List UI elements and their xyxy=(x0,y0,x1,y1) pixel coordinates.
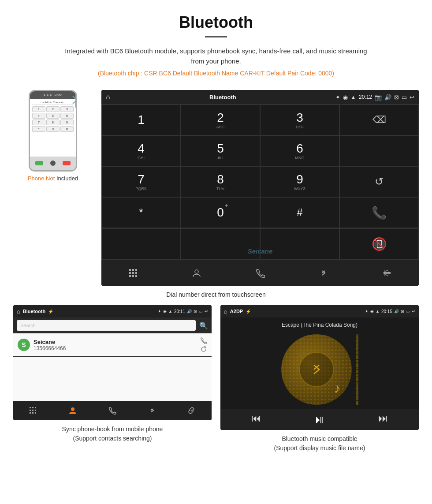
dial-key-4[interactable]: 4GHI xyxy=(101,135,181,166)
music-next-btn[interactable]: ⏭ xyxy=(378,413,388,426)
phone-key-0[interactable]: 0 xyxy=(46,126,60,132)
music-bt-icon: ✦ xyxy=(365,309,369,314)
svg-rect-5 xyxy=(135,272,137,274)
dial-key-6[interactable]: 6MNO xyxy=(260,135,339,166)
music-prev-btn[interactable]: ⏮ xyxy=(251,413,261,426)
phone-key-6[interactable]: 6 xyxy=(60,113,74,119)
pb-time: 20:11 xyxy=(174,309,185,314)
music-statusbar: ⌂ A2DP ⚡ ✦ ◉ ▲ 20:15 🔊 ⊠ ▭ ↩ xyxy=(220,305,419,317)
music-home-icon[interactable]: ⌂ xyxy=(224,308,227,315)
music-screen: ⌂ A2DP ⚡ ✦ ◉ ▲ 20:15 🔊 ⊠ ▭ ↩ Escape (The… xyxy=(220,305,419,430)
dial-call-button[interactable]: 📞 xyxy=(339,197,419,228)
music-song-area: Escape (The Pina Colada Song) xyxy=(220,317,419,334)
android-dial-screen: ⌂ Bluetooth ✦ ◉ ▲ 20:12 📷 🔊 ⊠ ▭ ↩ xyxy=(101,90,419,286)
phone-key-9[interactable]: 9 xyxy=(60,119,74,125)
signal-icon: ▲ xyxy=(350,94,356,101)
pb-nav-contacts-active[interactable] xyxy=(53,401,93,420)
phone-key-8[interactable]: 8 xyxy=(46,119,60,125)
phone-key-1[interactable]: 1 xyxy=(32,106,45,112)
svg-point-20 xyxy=(71,407,74,411)
dial-cell-backspace[interactable]: ⌫ xyxy=(339,105,419,135)
back-icon[interactable]: ↩ xyxy=(410,94,414,101)
phone-body: MOTO + Add to Contacts 1 2 3 4 5 6 7 8 9 xyxy=(29,90,77,172)
dial-key-1[interactable]: 1 xyxy=(101,105,181,135)
android-bottom-nav xyxy=(101,259,419,286)
pb-right-col xyxy=(191,337,207,353)
phone-keypad: 1 2 3 4 5 6 7 8 9 * 0 # xyxy=(32,106,74,132)
dial-key-hash[interactable]: # xyxy=(260,197,339,228)
dial-key-3[interactable]: 3DEF xyxy=(260,105,339,135)
android-dial-wrap: ⌂ Bluetooth ✦ ◉ ▲ 20:12 📷 🔊 ⊠ ▭ ↩ xyxy=(101,90,419,286)
page-title: Bluetooth xyxy=(0,13,432,32)
phone-home-btn[interactable] xyxy=(50,161,56,166)
music-back-icon[interactable]: ↩ xyxy=(412,309,415,314)
phone-dot-1 xyxy=(44,94,45,96)
pb-contact-row[interactable]: S Seicane 13566664466 xyxy=(13,333,212,357)
main-content: MOTO + Add to Contacts 1 2 3 4 5 6 7 8 9 xyxy=(0,90,432,286)
music-usb-icon: ⚡ xyxy=(246,309,251,314)
nav-dialpad[interactable] xyxy=(101,260,165,286)
subtitle-text: Integrated with BC6 Bluetooth module, su… xyxy=(62,46,370,66)
pb-search-bar: Search 🔍 xyxy=(13,317,212,333)
dial-cell-refresh[interactable]: ↺ xyxy=(339,166,419,197)
vis-bar xyxy=(356,384,358,386)
phonebook-block: ⌂ Bluetooth ⚡ ✦ ◉ ▲ 20:11 🔊 ⊠ ▭ ↩ xyxy=(13,305,212,453)
dial-key-0[interactable]: 0 + xyxy=(181,197,260,228)
nav-contacts[interactable] xyxy=(165,260,228,286)
phone-call-btn[interactable] xyxy=(35,161,43,165)
pb-usb-icon: ⚡ xyxy=(48,309,53,314)
pb-nav-dialpad[interactable] xyxy=(13,401,53,420)
location-icon: ◉ xyxy=(343,94,348,101)
phone-key-hash[interactable]: # xyxy=(60,126,74,132)
nav-bluetooth[interactable] xyxy=(292,260,355,286)
dial-cell-e3 xyxy=(260,228,339,259)
dial-cell-e2 xyxy=(181,228,260,259)
vis-bar xyxy=(356,339,358,343)
phone-key-5[interactable]: 5 xyxy=(46,113,60,119)
music-bt-symbol xyxy=(308,361,325,378)
call-red-icon[interactable]: 📵 xyxy=(372,237,387,251)
phone-included-word: Included xyxy=(56,175,78,182)
pb-contacts-active-icon xyxy=(68,406,77,415)
pb-caption-line1: Sync phone-book from mobile phone xyxy=(62,426,163,433)
dial-endcall-button[interactable]: 📵 xyxy=(339,228,419,259)
dial-key-star[interactable]: * xyxy=(101,197,181,228)
dial-key-2[interactable]: 2ABC xyxy=(181,105,260,135)
home-icon[interactable]: ⌂ xyxy=(106,93,110,101)
dial-key-5[interactable]: 5JKL xyxy=(181,135,260,166)
svg-rect-10 xyxy=(384,273,391,273)
phone-key-2[interactable]: 2 xyxy=(46,106,60,112)
svg-rect-15 xyxy=(32,410,34,411)
nav-settings[interactable] xyxy=(355,260,419,286)
pb-nav-phone[interactable] xyxy=(93,401,132,420)
pb-nav-link[interactable] xyxy=(172,401,212,420)
call-green-icon[interactable]: 📞 xyxy=(372,205,387,220)
vis-bar xyxy=(356,360,358,362)
dial-key-7[interactable]: 7PQRS xyxy=(101,166,181,197)
phone-key-7[interactable]: 7 xyxy=(32,119,45,125)
music-time: 20:15 xyxy=(381,309,392,314)
page-header: Bluetooth Integrated with BC6 Bluetooth … xyxy=(0,0,432,90)
refresh-icon[interactable]: ↺ xyxy=(375,175,384,188)
svg-rect-12 xyxy=(32,407,34,408)
phone-endcall-btn[interactable] xyxy=(63,161,71,165)
vis-bar xyxy=(356,346,358,351)
pb-call-icon[interactable] xyxy=(200,337,207,344)
dial-key-8[interactable]: 8TUV xyxy=(181,166,260,197)
backspace-icon[interactable]: ⌫ xyxy=(372,114,386,126)
vis-bar xyxy=(356,374,358,377)
pb-search-input[interactable]: Search xyxy=(17,320,196,331)
pb-nav-bt[interactable] xyxy=(132,401,172,420)
svg-rect-14 xyxy=(30,410,31,411)
phone-brand: MOTO xyxy=(55,94,63,97)
nav-calls[interactable] xyxy=(228,260,292,286)
pb-home-icon[interactable]: ⌂ xyxy=(17,308,20,315)
pb-refresh-icon[interactable] xyxy=(200,346,207,353)
dial-key-9[interactable]: 9WXYZ xyxy=(260,166,339,197)
pb-search-icon[interactable]: 🔍 xyxy=(199,321,208,330)
music-play-btn[interactable]: ⏯ xyxy=(314,413,325,426)
pb-back-icon[interactable]: ↩ xyxy=(205,309,208,314)
pb-win-icon: ▭ xyxy=(199,309,203,314)
phone-key-star[interactable]: * xyxy=(32,126,45,132)
phone-key-4[interactable]: 4 xyxy=(32,113,45,119)
